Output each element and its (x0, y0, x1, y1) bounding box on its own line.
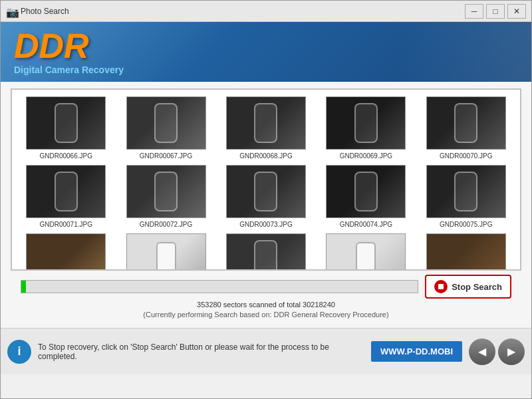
photo-thumbnail (126, 165, 206, 218)
list-item[interactable]: GNDR00078.JPG (219, 233, 313, 269)
list-item[interactable]: GNDR00074.JPG (319, 165, 413, 228)
list-item[interactable]: GNDR00070.JPG (419, 96, 513, 160)
photo-thumbnail (26, 233, 106, 269)
titlebar-controls: ─ □ ✕ (465, 4, 526, 19)
photo-label: GNDR00073.JPG (239, 221, 292, 228)
photo-label: GNDR00072.JPG (140, 221, 192, 228)
close-button[interactable]: ✕ (507, 4, 526, 19)
titlebar-title: Photo Search (21, 7, 69, 16)
photo-label: GNDR00071.JPG (39, 221, 92, 228)
photo-thumbnail (226, 165, 306, 218)
nav-buttons: ◀ ▶ (469, 338, 525, 365)
stop-icon-inner (438, 284, 444, 289)
maximize-button[interactable]: □ (486, 4, 505, 19)
titlebar-left: 📷 Photo Search (6, 6, 69, 17)
stop-search-button[interactable]: Stop Search (425, 275, 511, 299)
photo-label: GNDR00074.JPG (340, 221, 392, 228)
photo-thumbnail (226, 233, 306, 269)
header: DDR Digital Camera Recovery (1, 22, 531, 82)
list-item[interactable]: GNDR00071.JPG (19, 165, 113, 228)
photo-thumbnail (26, 165, 106, 218)
progress-sectors-text: 353280 sectors scanned of total 30218240 (21, 301, 511, 309)
photo-label: GNDR00075.JPG (440, 221, 492, 228)
list-item[interactable]: GNDR00073.JPG (219, 165, 313, 228)
list-item[interactable]: GNDR00069.JPG (319, 96, 413, 160)
titlebar: 📷 Photo Search ─ □ ✕ (1, 1, 531, 22)
nav-forward-button[interactable]: ▶ (498, 338, 525, 365)
photo-thumbnail (426, 233, 506, 269)
list-item[interactable]: GNDR00072.JPG (118, 165, 213, 228)
list-item[interactable]: GNDR00067.JPG (118, 96, 213, 160)
photo-grid[interactable]: GNDR00066.JPGGNDR00067.JPGGNDR00068.JPGG… (12, 90, 520, 269)
website-badge[interactable]: WWW.P-DD.MOBI (371, 341, 462, 362)
progress-row: Stop Search (21, 275, 511, 299)
list-item[interactable]: GNDR00076.JPG (19, 233, 113, 269)
bottom-bar: i To Stop recovery, click on 'Stop Searc… (1, 328, 531, 374)
list-item[interactable]: GNDR00079.JPG (319, 233, 413, 269)
list-item[interactable]: GNDR00077.JPG (118, 233, 213, 269)
stop-button-label: Stop Search (452, 282, 502, 292)
subtitle-text: Digital Camera Recovery (14, 65, 124, 75)
photo-thumbnail (226, 96, 306, 150)
photo-label: GNDR00068.JPG (239, 152, 292, 160)
progress-bar-fill (21, 281, 26, 293)
photo-thumbnail (126, 233, 206, 269)
photo-label: GNDR00070.JPG (440, 152, 492, 160)
progress-area: Stop Search 353280 sectors scanned of to… (11, 271, 521, 321)
minimize-button[interactable]: ─ (465, 4, 483, 19)
stop-icon (434, 280, 448, 293)
header-logo: DDR Digital Camera Recovery (14, 29, 124, 75)
progress-sub-text: (Currently performing Search based on: D… (21, 311, 511, 319)
photo-label: GNDR00067.JPG (140, 152, 192, 160)
photo-thumbnail (326, 233, 406, 269)
list-item[interactable]: GNDR00068.JPG (219, 96, 313, 160)
list-item[interactable]: GNDR00080.JPG (419, 233, 513, 269)
nav-back-button[interactable]: ◀ (469, 338, 495, 365)
photo-thumbnail (26, 96, 106, 150)
bottom-info-text: To Stop recovery, click on 'Stop Search'… (38, 342, 364, 361)
photo-thumbnail (426, 165, 506, 218)
app-icon: 📷 (6, 6, 17, 17)
list-item[interactable]: GNDR00075.JPG (419, 165, 513, 228)
photo-grid-container: GNDR00066.JPGGNDR00067.JPGGNDR00068.JPGG… (11, 88, 521, 271)
photo-thumbnail (326, 165, 406, 218)
photo-thumbnail (326, 96, 406, 150)
photo-label: GNDR00066.JPG (39, 152, 92, 160)
photo-thumbnail (126, 96, 206, 150)
logo-text: DDR (14, 29, 124, 63)
info-icon: i (7, 340, 31, 364)
photo-label: GNDR00069.JPG (340, 152, 392, 160)
progress-bar-container (21, 280, 418, 293)
list-item[interactable]: GNDR00066.JPG (19, 96, 113, 160)
main-content: GNDR00066.JPGGNDR00067.JPGGNDR00068.JPGG… (1, 82, 531, 328)
photo-thumbnail (426, 96, 506, 150)
